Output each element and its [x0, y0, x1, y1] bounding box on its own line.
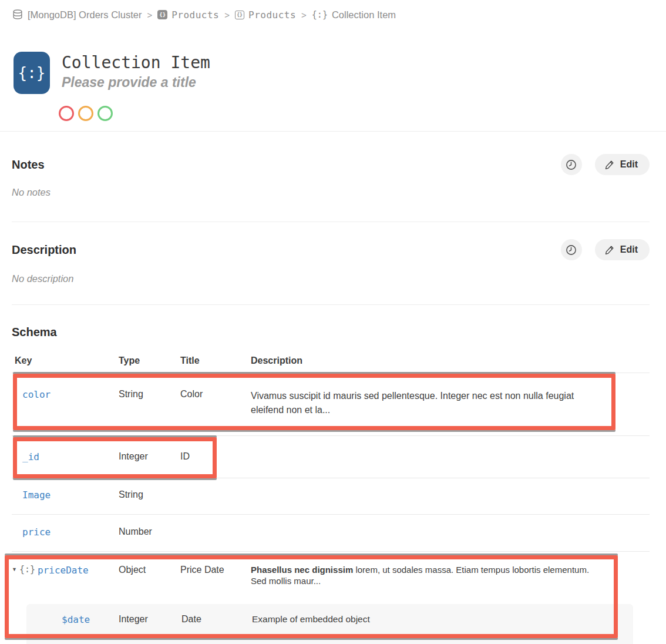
- cell-description: [251, 526, 591, 551]
- breadcrumb-label: Collection Item: [332, 9, 396, 21]
- notes-heading: Notes: [12, 157, 45, 173]
- notes-edit-button[interactable]: Edit: [595, 154, 650, 175]
- status-dot-green[interactable]: [97, 106, 113, 121]
- divider: [0, 131, 666, 132]
- pencil-icon: [604, 159, 615, 170]
- cell-title: [180, 526, 251, 551]
- database-icon: [12, 9, 23, 21]
- table-row-pricedate[interactable]: ▼ {:} priceDate Object Price Date Phasel…: [12, 552, 650, 604]
- column-header-type: Type: [119, 355, 180, 366]
- table-row-image[interactable]: Image String: [12, 478, 650, 515]
- breadcrumb-label: [MongoDB] Orders Cluster: [28, 9, 142, 21]
- clock-icon: [566, 159, 577, 170]
- table-row-color[interactable]: color String Color Vivamus suscipit id m…: [12, 373, 650, 436]
- key-link[interactable]: _id: [22, 451, 39, 462]
- cell-description: [251, 489, 591, 514]
- page-header: {:} Collection Item Please provide a tit…: [14, 52, 666, 94]
- breadcrumb-item-current[interactable]: {:} Collection Item: [312, 9, 396, 21]
- divider: [12, 222, 650, 222]
- collapse-arrow-icon[interactable]: ▼: [12, 565, 17, 574]
- description-bold: Phasellus nec dignissim: [251, 565, 353, 575]
- schema-table-header: Key Type Title Description: [12, 355, 650, 373]
- object-icon: {:}: [312, 9, 328, 20]
- cell-description: Phasellus nec dignissim lorem, ut sodale…: [251, 565, 597, 604]
- cell-type: String: [119, 389, 180, 435]
- edit-label: Edit: [620, 159, 638, 170]
- description-section: Description: [0, 239, 666, 284]
- page-subtitle: Please provide a title: [62, 74, 210, 90]
- cell-title: Price Date: [180, 565, 251, 604]
- breadcrumb-label: Products: [248, 9, 296, 21]
- key-link[interactable]: price: [22, 526, 51, 538]
- clock-icon: [566, 244, 577, 256]
- status-dot-red[interactable]: [59, 106, 74, 121]
- key-link[interactable]: priceDate: [38, 565, 89, 576]
- cell-title: [180, 489, 251, 514]
- cell-description: [251, 451, 591, 478]
- cell-type: Object: [119, 565, 180, 604]
- collections-icon: {}: [157, 10, 167, 19]
- key-link[interactable]: Image: [22, 489, 51, 501]
- status-dots: [59, 106, 666, 121]
- nested-object-panel: $date Integer Date Example of embedded o…: [26, 604, 633, 644]
- cell-title: Date: [181, 614, 252, 625]
- cell-title: ID: [180, 451, 251, 478]
- cell-description: Example of embedded object: [252, 614, 633, 625]
- notes-empty-text: No notes: [12, 187, 650, 198]
- description-empty-text: No description: [12, 273, 650, 284]
- schema-heading: Schema: [12, 324, 650, 340]
- key-link[interactable]: $date: [62, 614, 90, 625]
- cell-description: Vivamus suscipit id mauris sed pellentes…: [251, 389, 591, 435]
- description-heading: Description: [12, 242, 76, 258]
- table-row-price[interactable]: price Number: [12, 515, 650, 552]
- page-title: Collection Item: [62, 53, 210, 73]
- breadcrumb-separator: >: [301, 10, 307, 20]
- edit-label: Edit: [620, 244, 638, 255]
- notes-section: Notes: [0, 154, 666, 198]
- description-edit-button[interactable]: Edit: [595, 239, 650, 260]
- table-row-id[interactable]: _id Integer ID: [12, 436, 650, 478]
- breadcrumb-label: Products: [171, 9, 219, 21]
- breadcrumb-item-collection[interactable]: {} Products: [235, 9, 296, 21]
- object-icon: {:}: [19, 565, 35, 575]
- cell-title: Color: [180, 389, 251, 435]
- column-header-key: Key: [12, 355, 119, 366]
- page: [MongoDB] Orders Cluster > {} Products >…: [0, 0, 666, 644]
- schema-section: Schema Key Type Title Description color …: [12, 324, 650, 644]
- title-block: Collection Item Please provide a title: [62, 52, 210, 94]
- breadcrumb-separator: >: [147, 10, 152, 20]
- breadcrumb-separator: >: [224, 10, 230, 20]
- breadcrumb-item-cluster[interactable]: [MongoDB] Orders Cluster: [12, 9, 142, 21]
- column-header-description: Description: [251, 355, 650, 366]
- cell-type: Integer: [119, 451, 180, 478]
- description-history-button[interactable]: [561, 239, 582, 260]
- pencil-icon: [604, 244, 615, 255]
- breadcrumb: [MongoDB] Orders Cluster > {} Products >…: [0, 0, 666, 21]
- cell-type: Number: [119, 526, 180, 551]
- key-link[interactable]: color: [22, 389, 51, 400]
- column-header-title: Title: [180, 355, 251, 366]
- breadcrumb-item-database[interactable]: {} Products: [157, 9, 219, 21]
- table-row-date[interactable]: $date Integer Date Example of embedded o…: [26, 604, 633, 625]
- status-dot-orange[interactable]: [78, 106, 93, 121]
- cell-type: Integer: [119, 614, 181, 625]
- collection-item-icon: {:}: [14, 52, 50, 94]
- collection-icon: {}: [235, 11, 244, 19]
- notes-history-button[interactable]: [561, 154, 582, 175]
- cell-type: String: [119, 489, 180, 514]
- divider: [12, 304, 650, 305]
